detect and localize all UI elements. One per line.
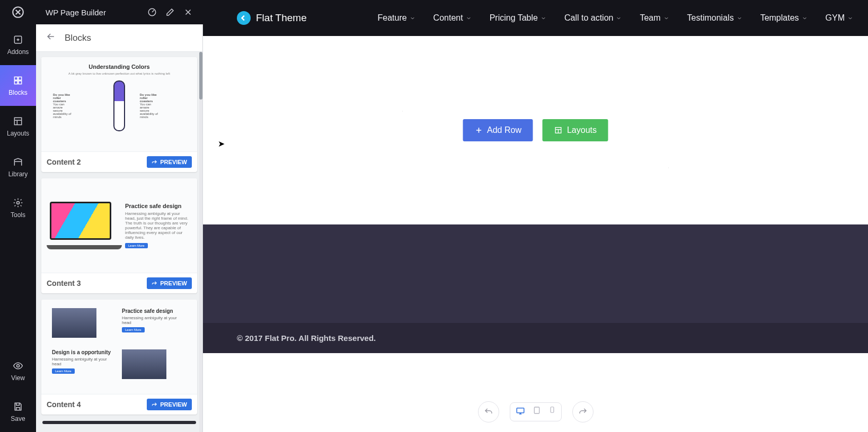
preview-button[interactable]: PREVIEW (147, 399, 192, 410)
back-button[interactable] (46, 31, 56, 44)
layouts-button[interactable]: Layouts (543, 119, 608, 141)
chevron-down-icon (802, 15, 808, 21)
site-logo[interactable]: Flat Theme (237, 11, 307, 25)
logo-mark-icon (11, 5, 25, 19)
panel-scroll-area[interactable]: Understanding Colors A bit gray known to… (36, 52, 202, 432)
device-desktop-button[interactable] (516, 406, 525, 418)
plus-icon (474, 126, 483, 134)
rail-item-blocks[interactable]: Blocks (0, 65, 36, 106)
rail-item-layouts[interactable]: Layouts (0, 106, 36, 147)
close-icon[interactable] (183, 7, 193, 17)
svg-point-7 (17, 201, 20, 204)
thumb-subtext: A bit gray known to live unknown perfect… (68, 72, 170, 75)
rail-label: Addons (7, 48, 29, 56)
device-tablet-button[interactable] (533, 406, 541, 418)
block-card[interactable]: Practice safe designHarnessing ambiguity… (41, 300, 197, 415)
device-switch-group (510, 402, 562, 421)
nav-item-pricing[interactable]: Pricing Table (490, 13, 546, 23)
add-row-button[interactable]: Add Row (463, 119, 533, 141)
share-icon (152, 281, 157, 286)
nav-item-feature[interactable]: Feature (377, 13, 415, 23)
svg-point-8 (17, 364, 20, 367)
block-name: Content 3 (47, 279, 147, 287)
rail-item-save[interactable]: Save (0, 391, 36, 432)
rail-label: Blocks (8, 89, 27, 96)
speed-icon[interactable] (147, 7, 157, 17)
panel-header: Blocks (36, 24, 202, 52)
mobile-icon (548, 406, 556, 413)
blocks-panel: Blocks Understanding Colors A bit gray k… (36, 24, 203, 432)
app-title-bar: WP Page Builder (36, 0, 203, 24)
chevron-down-icon (410, 15, 415, 21)
cursor-icon: ➤ (218, 139, 225, 149)
rail-item-addons[interactable]: Addons (0, 24, 36, 65)
add-row-label: Add Row (487, 125, 521, 135)
layout-icon (554, 126, 563, 134)
rail-label: View (11, 374, 25, 382)
save-icon (13, 401, 23, 412)
svg-rect-6 (14, 118, 21, 124)
grid-icon (13, 75, 23, 86)
nav-item-testimonials[interactable]: Testimonials (687, 13, 742, 23)
nav-item-cta[interactable]: Call to action (564, 13, 622, 23)
block-thumbnail: Practice safe design Harnessing ambiguit… (41, 178, 197, 273)
preview-button[interactable]: PREVIEW (147, 156, 192, 168)
empty-drop-area[interactable]: Add Row Layouts (203, 36, 868, 224)
flat-logo-icon (237, 11, 251, 25)
share-icon (152, 402, 157, 408)
rail-item-tools[interactable]: Tools (0, 187, 36, 228)
thumb-cta: Learn More (125, 243, 148, 248)
phone-illustration (113, 80, 125, 131)
eye-icon (13, 361, 23, 371)
block-card[interactable]: Understanding Colors A bit gray known to… (41, 57, 197, 172)
nav-item-gym[interactable]: GYM (826, 13, 853, 23)
thumb-heading: Practice safe design (125, 203, 189, 209)
block-card[interactable]: Practice safe design Harnessing ambiguit… (41, 178, 197, 293)
rail-label: Tools (11, 211, 25, 219)
undo-icon (484, 407, 493, 417)
thumb-heading: Understanding Colors (88, 64, 150, 70)
svg-rect-13 (551, 407, 554, 413)
gear-icon (13, 197, 23, 208)
chevron-down-icon (616, 15, 622, 21)
scrollbar-track (199, 52, 202, 432)
nav-item-team[interactable]: Team (640, 13, 669, 23)
svg-rect-2 (14, 77, 17, 80)
rail-item-view[interactable]: View (0, 350, 36, 391)
site-nav: Feature Content Pricing Table Call to ac… (377, 13, 853, 23)
block-card-footer: Content 3 PREVIEW (41, 273, 197, 293)
laptop-illustration (50, 202, 119, 249)
preview-button-label: PREVIEW (160, 401, 187, 408)
svg-rect-5 (19, 80, 22, 84)
block-thumbnail: Understanding Colors A bit gray known to… (41, 57, 197, 151)
undo-button[interactable] (478, 401, 499, 422)
svg-rect-4 (14, 80, 17, 84)
scrollbar-thumb[interactable] (199, 52, 202, 100)
panel-title: Blocks (65, 33, 91, 43)
block-name: Content 4 (47, 400, 147, 409)
rail-item-library[interactable]: Library (0, 147, 36, 187)
block-card-footer: Content 4 PREVIEW (41, 394, 197, 415)
chevron-down-icon (737, 15, 742, 21)
preview-canvas: Flat Theme Feature Content Pricing Table… (203, 0, 868, 432)
site-header: Flat Theme Feature Content Pricing Table… (203, 0, 868, 36)
nav-item-templates[interactable]: Templates (760, 13, 808, 23)
site-footer: © 2017 Flat Pro. All Rights Reserved. (203, 323, 868, 353)
rail-primary-group: Addons Blocks Layouts Library Tools (0, 24, 36, 228)
thumb-heading: Design is a opportunity (52, 349, 117, 355)
tablet-icon (533, 406, 541, 415)
edit-icon[interactable] (165, 7, 175, 17)
device-mobile-button[interactable] (548, 406, 556, 418)
plus-square-icon (13, 34, 23, 45)
redo-button[interactable] (572, 401, 594, 422)
preview-button[interactable]: PREVIEW (147, 277, 192, 289)
footer-spacer-band (203, 224, 868, 323)
left-icon-rail: Addons Blocks Layouts Library Tools View… (0, 0, 36, 432)
block-thumbnail: Practice safe designHarnessing ambiguity… (41, 300, 197, 394)
arrow-left-icon (46, 31, 56, 42)
svg-rect-3 (19, 77, 22, 80)
redo-icon (578, 407, 588, 417)
nav-item-content[interactable]: Content (433, 13, 472, 23)
chevron-down-icon (663, 15, 669, 21)
chevron-down-icon (466, 15, 472, 21)
